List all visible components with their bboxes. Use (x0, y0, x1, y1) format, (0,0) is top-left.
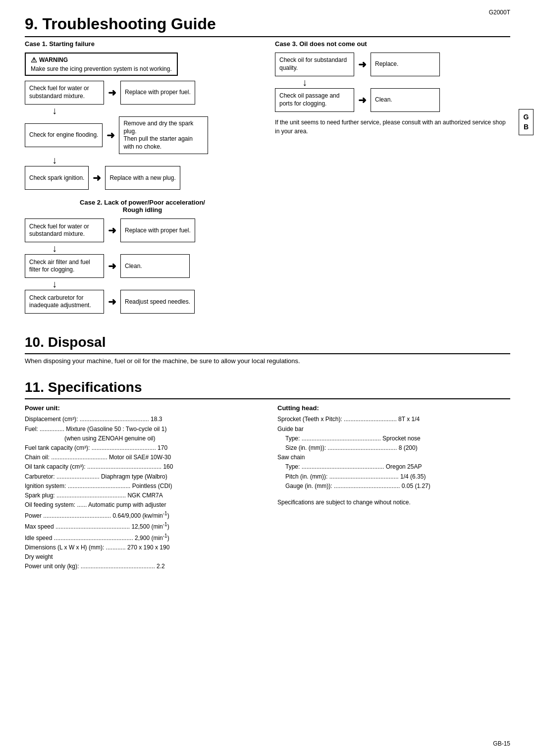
section9-title: 9. Troubleshooting Guide (25, 15, 510, 37)
case2-down-2: ↓ (25, 279, 260, 289)
case2-down-1: ↓ (25, 243, 260, 253)
case2-flow-row-3: Check carburetor for inadequate ad­justm… (25, 290, 260, 314)
spec-line-spark: Spark plug: ............................… (25, 491, 258, 500)
power-unit-lines: Displacement (cm³): ....................… (25, 415, 258, 571)
case2-action-1: Replace with proper fuel. (120, 218, 195, 242)
section9-content: Case 1. Starting failure ⚠ WARNING Make … (25, 40, 510, 320)
case2-label-line1: Case 2. Lack of power/Poor acceleration/ (80, 199, 205, 206)
section10-title: 10. Disposal (25, 334, 510, 354)
gb-sidebar: GB (517, 109, 535, 135)
spec-line-ignition: Ignition system: .......................… (25, 482, 258, 491)
case2-flow-row-2: Check air filter and fuel filter for clo… (25, 254, 260, 278)
bottom-reference: GB-15 (493, 740, 510, 747)
cutting-head-col: Cutting head: Sprocket (Teeth x Pitch): … (277, 404, 510, 571)
flow-down-2: ↓ (25, 155, 260, 165)
case3-flow-row-2: Check oil passage and ports for clog­gin… (275, 88, 510, 112)
case3-arrow-1: ➜ (358, 58, 367, 70)
spec-line-max-speed: Max speed ..............................… (25, 521, 258, 532)
spec-line-saw-chain: Saw chain (277, 453, 510, 462)
spec-line-oil-tank: Oil tank capacity (cm³): ...............… (25, 462, 258, 472)
case3-check-2: Check oil passage and ports for clog­gin… (275, 88, 354, 112)
spec-line-gb-type: Type: ..................................… (277, 434, 510, 443)
specs-content: Power unit: Displacement (cm³): ........… (25, 404, 510, 571)
spec-line-fuel-note: (when using ZENOAH genuine oil) (25, 434, 258, 443)
case2-check-2: Check air filter and fuel filter for clo… (25, 254, 104, 278)
spec-line-power-unit-kg: Power unit only (kg): ..................… (25, 562, 258, 571)
specs-note: Specifications are subject to change wih… (277, 499, 510, 506)
spec-line-idle-speed: Idle speed .............................… (25, 532, 258, 543)
gb-sidebar-label: GB (519, 109, 534, 135)
case2-flow-row-1: Check fuel for water or substandard mix­… (25, 218, 260, 242)
spec-line-fuel-tank: Fuel tank capacity (cm³): ..............… (25, 443, 258, 453)
case2-action-3: Readjust speed needles. (120, 290, 195, 314)
case3-arrow-2: ➜ (358, 94, 367, 106)
spec-line-oil-feeding: Oil feeding system: ...... Automatic pum… (25, 500, 258, 510)
col-right: Case 3. Oil does not come out Check oil … (275, 40, 510, 320)
power-unit-heading: Power unit: (25, 404, 258, 412)
section10-text: When disposing your machine, fuel or oil… (25, 357, 510, 365)
flow-check-1: Check fuel for water or substandard mix­… (25, 81, 104, 105)
spec-line-sc-type: Type: ..................................… (277, 462, 510, 472)
spec-line-power: Power ..................................… (25, 510, 258, 521)
col-left: Case 1. Starting failure ⚠ WARNING Make … (25, 40, 260, 320)
case3-action-2: Clean. (371, 88, 440, 112)
warning-label: WARNING (39, 56, 68, 63)
top-reference: G2000T (489, 9, 510, 16)
case2-label-line2: Rough idling (123, 206, 162, 214)
power-unit-col: Power unit: Displacement (cm³): ........… (25, 404, 258, 571)
case3-action-1: Replace. (371, 53, 440, 76)
spec-line-gb-size: Size (in. (mm)): .......................… (277, 443, 510, 453)
case3-flow: Check oil for sub­standard quality. ➜ Re… (275, 53, 510, 112)
case2-arrow-3: ➜ (108, 296, 116, 308)
cutting-head-heading: Cutting head: (277, 404, 510, 412)
case2-action-2: Clean. (120, 254, 190, 278)
warning-box: ⚠ WARNING Make sure the icing prevention… (25, 53, 178, 76)
case1-flow: Check fuel for water or substandard mix­… (25, 81, 260, 190)
case2-title: Case 2. Lack of power/Poor acceleration/… (25, 199, 260, 214)
flow-check-2: Check for engine flooding. (25, 123, 103, 147)
flow-action-1: Replace with proper fuel. (120, 81, 195, 105)
case1-title: Case 1. Starting failure (25, 40, 260, 48)
spec-line-dimensions: Dimensions (L x W x H) (mm): ...........… (25, 543, 258, 552)
spec-line-displacement: Displacement (cm³): ....................… (25, 415, 258, 424)
warning-text: Make sure the icing prevention system is… (31, 65, 172, 72)
flow-row-2: Check for engine flooding. ➜ Remove and … (25, 116, 260, 154)
further-service-text: If the unit seems to need further servic… (275, 118, 510, 136)
spec-line-sc-gauge: Gauge (in. (mm)): ......................… (277, 482, 510, 491)
warning-header: ⚠ WARNING (31, 56, 172, 64)
case3-flow-row-1: Check oil for sub­standard quality. ➜ Re… (275, 53, 510, 76)
case2-arrow-2: ➜ (108, 260, 116, 272)
case2-check-3: Check carburetor for inadequate ad­justm… (25, 290, 104, 314)
flow-arrow-1: ➜ (108, 87, 116, 99)
spec-line-carb: Carburetor: .......................... D… (25, 472, 258, 482)
flow-row-1: Check fuel for water or substandard mix­… (25, 81, 260, 105)
case2-check-1: Check fuel for water or substandard mix­… (25, 218, 104, 242)
flow-row-3: Check spark ignition. ➜ Replace with a n… (25, 166, 260, 190)
flow-down-1: ↓ (25, 106, 260, 115)
cutting-head-lines: Sprocket (Teeth x Pitch): ..............… (277, 415, 510, 491)
warning-triangle-icon: ⚠ (31, 56, 37, 64)
case2-arrow-1: ➜ (108, 224, 116, 236)
section11-title: 11. Specifications (25, 379, 510, 399)
flow-arrow-2: ➜ (107, 129, 115, 141)
spec-line-guide-bar: Guide bar (277, 425, 510, 434)
flow-action-3: Replace with a new plug. (105, 166, 180, 190)
spec-line-dry-weight: Dry weight (25, 552, 258, 562)
flow-check-3: Check spark ignition. (25, 166, 89, 190)
case3-down-1: ↓ (275, 77, 510, 87)
spec-line-fuel: Fuel: ............... Mixture (Gasoline … (25, 425, 258, 434)
spec-line-chain-oil: Chain oil: .............................… (25, 453, 258, 462)
flow-action-2: Remove and dry the spark plug.Then pull … (119, 116, 208, 154)
case3-check-1: Check oil for sub­standard quality. (275, 53, 354, 76)
flow-arrow-3: ➜ (93, 172, 101, 184)
spec-line-sc-pitch: Pitch (in. (mm)): ......................… (277, 472, 510, 482)
spec-line-sprocket: Sprocket (Teeth x Pitch): ..............… (277, 415, 510, 424)
case3-title: Case 3. Oil does not come out (275, 40, 510, 48)
case2-flow: Check fuel for water or substandard mix­… (25, 218, 260, 314)
